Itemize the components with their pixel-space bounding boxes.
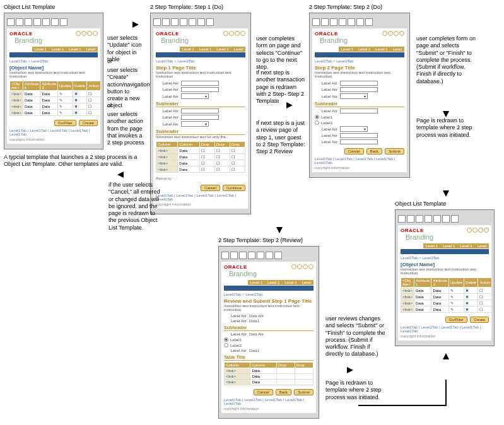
cancel-button[interactable]: Cancel xyxy=(254,389,273,395)
table-row: <link>Data☐☐☐ xyxy=(156,166,245,173)
return-link[interactable]: Return to '...' xyxy=(156,177,177,180)
panel4-content: ORACLE Branding LevelLevel 1Level 1Level… xyxy=(221,262,316,413)
create-button[interactable]: Create xyxy=(470,317,489,323)
cancel-button[interactable]: Cancel xyxy=(344,148,364,154)
delete-icon[interactable]: ✖ xyxy=(73,91,87,97)
th: Update xyxy=(57,81,73,91)
table-row[interactable]: <link>DataData✎✖☐ xyxy=(10,97,101,103)
table-row[interactable]: <link>DataData✎✖☐ xyxy=(10,110,101,116)
radio[interactable] xyxy=(315,120,319,125)
panel-step2review: ORACLE Branding LevelLevel 1Level 1Level… xyxy=(218,246,319,419)
submit-button[interactable]: Submit xyxy=(385,148,404,154)
go-button[interactable]: Go/Filter xyxy=(445,317,467,323)
footer-links[interactable]: Level1Tab | Level1Tab | Level1Tab | Leve… xyxy=(315,157,404,165)
text-input[interactable] xyxy=(181,115,219,120)
footer-links[interactable]: Level1Tab | Level1Tab | Level1Tab | Leve… xyxy=(9,129,98,136)
table-row: <link>Data xyxy=(225,368,314,374)
table-row: <link>Data☐☐☐ xyxy=(156,148,245,154)
text-input[interactable] xyxy=(340,108,378,114)
breadcrumb[interactable]: Level1Tab > Level2Tab xyxy=(9,59,98,63)
submit-button[interactable]: Submit xyxy=(294,389,314,395)
table-row[interactable]: <link>DataData✎✖☐ xyxy=(10,103,101,110)
breadcrumb[interactable]: Level1Tab > Level2Tab xyxy=(224,293,314,296)
subheader: Subheader xyxy=(315,102,404,107)
step1-table[interactable]: ColumnColumnDropDropDrop <link>Data☐☐☐ <… xyxy=(156,141,245,173)
panel5-title: Object List Template xyxy=(395,201,446,207)
global-icons xyxy=(382,31,404,37)
continue-button[interactable]: Continue xyxy=(223,185,245,191)
dropdown[interactable] xyxy=(340,126,368,132)
delete-icon[interactable]: ✖ xyxy=(73,110,87,116)
object-table[interactable]: <Obj Attr> Attribute 1 Attribute 2 Updat… xyxy=(9,81,101,116)
text-input[interactable] xyxy=(181,108,219,114)
panel-objlist1: ORACLE Branding LevelLevel 1Level 1Level… xyxy=(4,13,103,149)
text-input[interactable] xyxy=(340,139,378,144)
update-icon[interactable]: ✎ xyxy=(57,97,73,103)
text-input[interactable] xyxy=(340,87,378,92)
tab[interactable]: Level 1 xyxy=(32,47,49,52)
tabbar[interactable]: LevelLevel 1Level 1Level 1 xyxy=(315,47,404,53)
panel3-title: 2 Step Template: Step 2 (Do) xyxy=(309,4,382,10)
arrow-icon xyxy=(442,92,450,119)
subheader: Subheader xyxy=(156,102,245,107)
tab[interactable]: Level 1 xyxy=(49,47,66,52)
th: Attribute 1 xyxy=(23,81,40,91)
object-name: [Object Name] xyxy=(401,262,489,267)
arrow-icon xyxy=(442,353,450,380)
action-check[interactable]: ☐ xyxy=(87,91,101,97)
delete-icon[interactable]: ✖ xyxy=(73,103,87,110)
label: Label Attr xyxy=(156,81,179,85)
table-row: <link>Data xyxy=(225,374,314,380)
arrow-icon xyxy=(117,170,143,180)
anno-redraw1: Page is redrawn to template where 2 step… xyxy=(416,117,479,139)
dropdown[interactable] xyxy=(181,93,209,99)
create-button[interactable]: Create xyxy=(79,120,98,126)
branding-text: Branding xyxy=(15,37,42,44)
anno-other-action: user selects another action from the pag… xyxy=(107,111,146,146)
footer-links[interactable]: Level1Tab | Level1Tab | Level1Tab | Leve… xyxy=(224,398,314,405)
dropdown[interactable] xyxy=(181,121,209,127)
back-button[interactable]: Back xyxy=(276,389,291,395)
text-input[interactable] xyxy=(181,81,219,86)
window-chrome xyxy=(312,18,407,26)
text-input[interactable] xyxy=(340,81,378,86)
footer-links[interactable]: Level1Tab | Level1Tab | Level1Tab | Leve… xyxy=(401,325,489,333)
arrow-icon xyxy=(328,366,353,376)
anno-or1: or xyxy=(107,58,146,65)
back-button[interactable]: Back xyxy=(366,148,382,154)
label: Label Attr xyxy=(156,88,179,91)
panel2-title: 2 Step Template: Step 1 (Do) xyxy=(150,4,223,10)
anno-submitDo: user completes form on page and selects … xyxy=(416,35,479,85)
footer-links[interactable]: Level1Tab | Level1Tab | Level1Tab | Leve… xyxy=(156,194,245,201)
update-icon[interactable]: ✎ xyxy=(57,103,73,110)
action-check[interactable]: ☐ xyxy=(87,110,101,116)
object-table[interactable]: <Obj Attr>Attribute 1Attribute 2UpdateDe… xyxy=(401,277,492,313)
table-row: <link>DataData✎✖☐ xyxy=(401,300,492,306)
dropdown[interactable] xyxy=(340,93,368,99)
delete-icon[interactable]: ✖ xyxy=(73,97,87,103)
global-icons xyxy=(466,228,489,234)
breadcrumb[interactable]: Level1Tab > Level2Tab xyxy=(315,59,404,63)
update-icon[interactable]: ✎ xyxy=(57,91,73,97)
cancel-button[interactable]: Cancel xyxy=(201,185,220,191)
action-check[interactable]: ☐ xyxy=(87,97,101,103)
tabbar[interactable]: LevelLevel 1Level 1Level 1 xyxy=(9,47,98,53)
global-icons xyxy=(223,31,245,37)
tab[interactable]: Level 1 xyxy=(66,47,83,52)
breadcrumb[interactable]: Level1Tab > Level2Tab xyxy=(156,59,245,63)
window-chrome xyxy=(398,215,491,223)
update-icon[interactable]: ✎ xyxy=(57,110,73,116)
table-row: <link>DataData✎✖☐ xyxy=(401,288,492,294)
text-input[interactable] xyxy=(340,133,378,138)
table-row[interactable]: <link>DataData✎✖☐ xyxy=(10,91,101,97)
text-input[interactable] xyxy=(181,87,219,92)
breadcrumb[interactable]: Level1Tab > Level2Tab xyxy=(401,256,489,260)
tabbar[interactable]: LevelLevel 1Level 1Level 1 xyxy=(401,243,489,250)
branding-text: Branding xyxy=(406,233,433,241)
tabbar[interactable]: LevelLevel 1Level 1Level 1 xyxy=(224,280,314,286)
action-check[interactable]: ☐ xyxy=(87,103,101,110)
radio[interactable] xyxy=(315,115,319,119)
tab[interactable]: Level xyxy=(84,47,98,52)
go-button[interactable]: Go/Filter xyxy=(54,120,76,126)
tabbar[interactable]: LevelLevel 1Level 1Level 1 xyxy=(156,47,245,53)
